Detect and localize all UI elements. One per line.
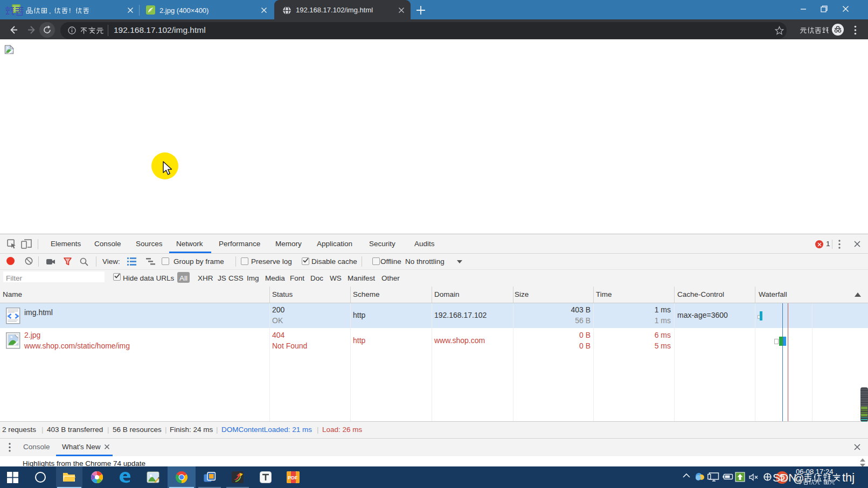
svg-text:!: ! xyxy=(90,7,91,14)
svg-text:!: ! xyxy=(69,7,71,14)
svg-text:PDF: PDF xyxy=(288,475,298,480)
svg-text:,: , xyxy=(49,8,51,15)
